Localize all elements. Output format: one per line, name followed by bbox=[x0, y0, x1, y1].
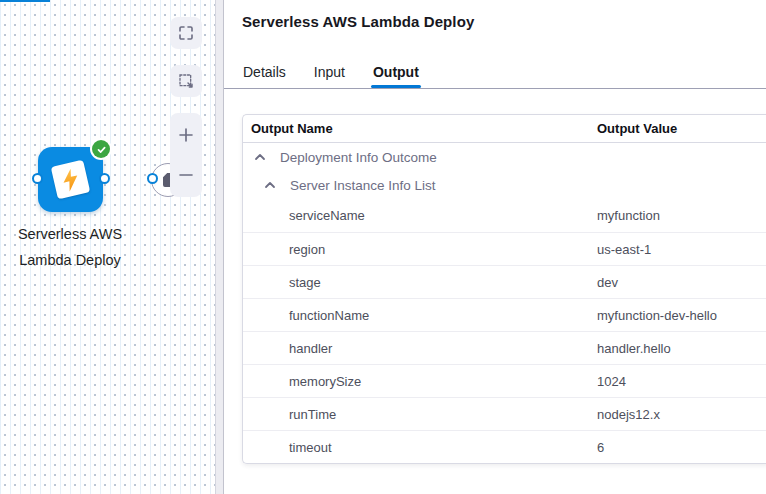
tab-bar: DetailsInputOutput bbox=[224, 55, 766, 89]
marquee-select-button[interactable] bbox=[170, 65, 202, 97]
panel-title: Serverless AWS Lambda Deploy bbox=[242, 13, 474, 30]
output-table: Output Name Output Value Deployment Info… bbox=[242, 114, 766, 464]
output-row: handlerhandler.hello bbox=[243, 331, 766, 364]
check-icon bbox=[96, 144, 107, 155]
output-value: 1024 bbox=[594, 374, 766, 389]
output-name: runTime bbox=[243, 407, 594, 422]
marquee-select-icon bbox=[178, 73, 194, 89]
output-name: handler bbox=[243, 341, 594, 356]
output-table-body: Deployment Info OutcomeServer Instance I… bbox=[243, 143, 766, 463]
edge-connector-port[interactable] bbox=[147, 173, 158, 184]
output-value: nodejs12.x bbox=[594, 407, 766, 422]
node-label: Serverless AWS Lambda Deploy bbox=[0, 221, 140, 273]
output-value: myfunction bbox=[594, 208, 766, 223]
output-value: myfunction-dev-hello bbox=[594, 308, 766, 323]
app-window: Serverless AWS Lambda Deploy bbox=[0, 0, 766, 494]
node-input-port[interactable] bbox=[32, 173, 43, 184]
tab-details[interactable]: Details bbox=[243, 55, 286, 88]
canvas-toolbar bbox=[170, 17, 202, 197]
output-value: us-east-1 bbox=[594, 242, 766, 257]
output-row: runTimenodejs12.x bbox=[243, 397, 766, 430]
output-name: stage bbox=[243, 275, 594, 290]
column-header-output-name: Output Name bbox=[243, 121, 594, 136]
minus-icon bbox=[177, 166, 195, 184]
output-value: 6 bbox=[594, 440, 766, 455]
output-value: dev bbox=[594, 275, 766, 290]
group-label: Deployment Info Outcome bbox=[280, 150, 437, 165]
output-row: regionus-east-1 bbox=[243, 232, 766, 265]
pipeline-canvas[interactable]: Serverless AWS Lambda Deploy bbox=[0, 0, 215, 494]
panel-resizer-handle[interactable] bbox=[215, 0, 224, 494]
fullscreen-icon bbox=[178, 25, 194, 41]
plus-icon bbox=[177, 126, 195, 144]
output-table-header: Output Name Output Value bbox=[243, 115, 766, 143]
serverless-lambda-deploy-node[interactable] bbox=[38, 147, 103, 212]
output-row: functionNamemyfunction-dev-hello bbox=[243, 298, 766, 331]
column-header-output-value: Output Value bbox=[594, 121, 766, 136]
node-output-port[interactable] bbox=[99, 173, 110, 184]
tab-output[interactable]: Output bbox=[373, 55, 419, 88]
node-label-line1: Serverless AWS bbox=[0, 221, 140, 247]
output-name: memorySize bbox=[243, 374, 594, 389]
group-row[interactable]: Server Instance Info List bbox=[243, 171, 766, 199]
zoom-out-button[interactable] bbox=[170, 156, 202, 194]
output-row: memorySize1024 bbox=[243, 364, 766, 397]
chevron-up-icon[interactable] bbox=[254, 152, 266, 162]
output-row: timeout6 bbox=[243, 430, 766, 463]
output-name: timeout bbox=[243, 440, 594, 455]
output-name: functionName bbox=[243, 308, 594, 323]
success-status-badge bbox=[92, 140, 110, 158]
step-details-panel: Serverless AWS Lambda Deploy DetailsInpu… bbox=[224, 0, 766, 494]
group-row[interactable]: Deployment Info Outcome bbox=[243, 143, 766, 171]
lightning-bolt-icon bbox=[58, 166, 83, 194]
group-label: Server Instance Info List bbox=[290, 178, 436, 193]
zoom-in-button[interactable] bbox=[170, 116, 202, 154]
output-value: handler.hello bbox=[594, 341, 766, 356]
chevron-up-icon[interactable] bbox=[264, 180, 276, 190]
serverless-lambda-icon bbox=[51, 160, 91, 200]
node-label-line2: Lambda Deploy bbox=[0, 247, 140, 273]
output-name: serviceName bbox=[243, 208, 594, 223]
output-row: stagedev bbox=[243, 265, 766, 298]
output-row: serviceNamemyfunction bbox=[243, 199, 766, 232]
outgoing-connector-line bbox=[0, 0, 50, 2]
fit-to-screen-button[interactable] bbox=[170, 17, 202, 49]
output-name: region bbox=[243, 242, 594, 257]
tab-input[interactable]: Input bbox=[314, 55, 345, 88]
zoom-controls bbox=[170, 113, 202, 197]
